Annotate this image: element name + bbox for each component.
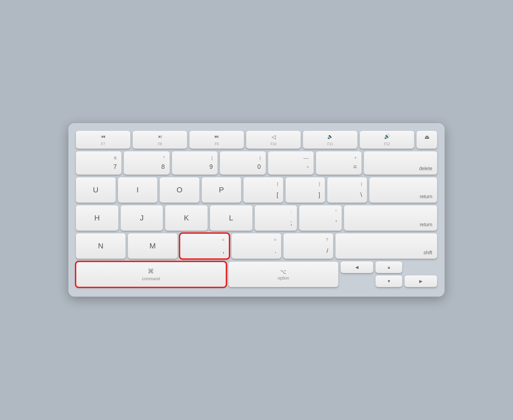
arrow-down-icon: ▼: [387, 279, 391, 284]
key-f12[interactable]: 🔊 F12: [360, 131, 414, 149]
key-f11[interactable]: 🔈 F11: [303, 131, 357, 149]
key-o[interactable]: O: [160, 177, 199, 203]
key-j[interactable]: J: [121, 205, 163, 231]
key-7[interactable]: & 7: [76, 151, 121, 175]
f10-label: F10: [271, 143, 276, 146]
return-label: return: [420, 194, 432, 199]
key-0[interactable]: ) 0: [220, 151, 265, 175]
option-label: option: [278, 276, 289, 281]
key-eject[interactable]: ⏏: [417, 131, 437, 149]
key-minus-top: —: [303, 155, 309, 161]
command-icon: ⌘: [148, 268, 154, 275]
f11-label: F11: [327, 143, 333, 146]
key-backslash[interactable]: | \: [327, 177, 367, 203]
mute-icon: ◁: [272, 134, 276, 140]
key-backslash-top: |: [361, 181, 362, 186]
key-p[interactable]: P: [202, 177, 241, 203]
bottom-row: ⌘ command ⌥ option ◀ ▲ ▼: [76, 261, 437, 287]
key-delete[interactable]: delete: [364, 151, 437, 175]
key-return2[interactable]: return: [344, 205, 437, 231]
key-k[interactable]: K: [165, 205, 208, 231]
key-h[interactable]: H: [76, 205, 118, 231]
key-l-letter: L: [229, 214, 233, 222]
key-period-top: >: [274, 238, 276, 242]
key-arrow-down[interactable]: ▼: [376, 275, 403, 287]
keyboard: ⏮ F7 ⏯ F8 ⏭ F9 ◁ F10 🔈 F11 🔊 F12 ⏏: [68, 123, 445, 297]
key-arrow-left[interactable]: ◀: [341, 261, 373, 273]
key-8-bottom: 8: [161, 164, 165, 170]
key-k-letter: K: [184, 214, 189, 222]
key-bracket-close[interactable]: } ]: [286, 177, 325, 203]
eject-icon: ⏏: [424, 134, 430, 140]
key-minus-bottom: -: [307, 164, 309, 170]
arrow-right-icon: ▶: [419, 279, 422, 284]
key-i[interactable]: I: [118, 177, 158, 203]
key-comma-bottom: ,: [223, 247, 225, 254]
key-slash[interactable]: ? /: [284, 233, 333, 259]
key-quote[interactable]: " ': [299, 205, 342, 231]
arrow-up-icon: ▲: [387, 265, 391, 270]
key-u-letter: U: [93, 186, 98, 194]
delete-label: delete: [419, 166, 432, 171]
key-l[interactable]: L: [210, 205, 252, 231]
key-backslash-bottom: \: [360, 192, 362, 198]
arrow-up-down-pair: ▲ ▼: [376, 261, 403, 287]
key-quote-bottom: ': [336, 220, 337, 226]
key-7-top: &: [114, 155, 117, 160]
key-bracket-open[interactable]: { [: [244, 177, 283, 203]
f8-label: F8: [158, 143, 162, 146]
num-row: & 7 * 8 ( 9 ) 0 — -: [76, 151, 437, 175]
fastforward-icon: ⏭: [214, 134, 219, 139]
f9-label: F9: [215, 143, 219, 146]
key-semicolon[interactable]: : ;: [255, 205, 297, 231]
key-f10[interactable]: ◁ F10: [246, 131, 301, 149]
arrow-cluster: ◀ ▲ ▼ ▶: [341, 261, 437, 287]
key-j-letter: J: [140, 214, 144, 222]
key-period[interactable]: > .: [232, 233, 281, 259]
key-8[interactable]: * 8: [124, 151, 169, 175]
key-9[interactable]: ( 9: [172, 151, 218, 175]
key-semicolon-bottom: ;: [290, 220, 292, 226]
key-slash-top: ?: [326, 238, 328, 242]
nm-row: N M < , > . ? / shift: [76, 233, 437, 259]
key-command[interactable]: ⌘ command: [76, 262, 226, 287]
key-u[interactable]: U: [76, 177, 116, 203]
key-shift[interactable]: shift: [336, 233, 437, 259]
key-return[interactable]: return: [369, 177, 437, 203]
key-arrow-right[interactable]: ▶: [405, 275, 437, 287]
key-m[interactable]: M: [128, 233, 177, 259]
key-f8[interactable]: ⏯ F8: [133, 131, 187, 149]
key-equal-top: +: [354, 155, 357, 160]
key-period-bottom: .: [275, 248, 276, 254]
hjkl-row: H J K L : ; " ': [76, 205, 437, 231]
key-minus[interactable]: — -: [268, 151, 314, 175]
playpause-icon: ⏯: [158, 134, 162, 139]
key-p-letter: P: [219, 186, 224, 194]
key-comma[interactable]: < ,: [180, 233, 229, 259]
key-9-bottom: 9: [209, 164, 213, 170]
f7-label: F7: [101, 143, 105, 146]
key-o-letter: O: [176, 186, 182, 194]
key-0-bottom: 0: [258, 164, 261, 170]
shift-label: shift: [423, 250, 432, 255]
key-f9[interactable]: ⏭ F9: [189, 131, 244, 149]
key-7-bottom: 7: [113, 164, 117, 170]
key-semicolon-top: :: [291, 209, 292, 214]
key-n[interactable]: N: [76, 233, 126, 259]
key-option[interactable]: ⌥ option: [228, 262, 338, 287]
rewind-icon: ⏮: [101, 134, 106, 139]
key-f7[interactable]: ⏮ F7: [76, 131, 130, 149]
key-slash-bottom: /: [327, 248, 328, 254]
return2-label: return: [420, 222, 432, 227]
uiop-row: U I O P { [ } ]: [76, 177, 437, 203]
key-bracket-open-top: {: [277, 181, 278, 186]
key-equal-bottom: =: [353, 164, 357, 170]
key-quote-top: ": [335, 209, 337, 214]
key-arrow-up[interactable]: ▲: [376, 261, 403, 273]
volume-high-icon: 🔊: [384, 134, 390, 139]
key-m-letter: M: [149, 242, 156, 250]
key-i-letter: I: [136, 186, 139, 194]
key-8-top: *: [163, 155, 165, 160]
key-bracket-close-bottom: ]: [318, 192, 320, 198]
key-equal[interactable]: + =: [316, 151, 361, 175]
